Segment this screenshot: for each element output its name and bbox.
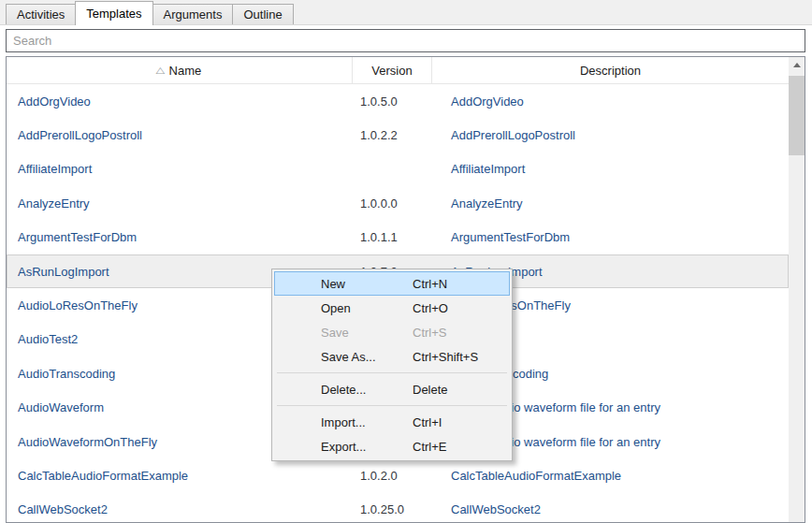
table-row[interactable]: CalcTableAudioFormatExample 1.0.2.0 Calc…	[7, 458, 789, 492]
cell-description: CallWebSocket2	[432, 502, 789, 516]
column-header-description[interactable]: Description	[432, 57, 789, 83]
cell-name: CallWebSocket2	[7, 502, 353, 516]
menu-item-shortcut: Ctrl+O	[413, 301, 448, 315]
menu-item[interactable]: Open Ctrl+O	[274, 296, 510, 320]
column-header-version[interactable]: Version	[353, 57, 432, 83]
search-box	[6, 29, 805, 52]
cell-name: AddPrerollLogoPostroll	[7, 128, 353, 142]
menu-item-label: Open	[321, 301, 351, 315]
table-row[interactable]: CallWebSocket2 1.0.25.0 CallWebSocket2	[7, 493, 789, 522]
cell-name: AffiliateImport	[7, 162, 353, 176]
menu-item[interactable]: Export... Ctrl+E	[274, 434, 510, 458]
menu-item-label: Import...	[321, 415, 366, 429]
menu-item-shortcut: Ctrl+N	[413, 277, 447, 291]
menu-item-label: Save As...	[321, 350, 376, 364]
table-row[interactable]: AnalyzeEntry 1.0.0.0 AnalyzeEntry	[7, 186, 789, 220]
table-row[interactable]: AffiliateImport AffiliateImport	[7, 153, 789, 186]
cell-description: ArgumentTestForDbm	[432, 230, 789, 244]
search-input[interactable]	[6, 29, 805, 52]
menu-separator	[277, 372, 507, 373]
cell-version: 1.0.2.0	[353, 469, 432, 483]
menu-item[interactable]: Save As... Ctrl+Shift+S	[274, 344, 510, 369]
cell-version: 1.0.0.0	[353, 196, 432, 211]
cell-description: AffiliateImport	[432, 162, 789, 176]
menu-item[interactable]: Save Ctrl+S	[274, 320, 510, 344]
table-header: △ Name Version Description	[7, 57, 789, 84]
cell-version: 1.0.2.2	[353, 128, 432, 142]
menu-item-shortcut: Ctrl+S	[413, 326, 446, 340]
column-header-description-label: Description	[580, 64, 641, 78]
menu-item-shortcut: Delete	[413, 383, 448, 397]
menu-item-label: Save	[321, 326, 349, 340]
menu-item[interactable]: Import... Ctrl+I	[274, 410, 510, 434]
menu-separator	[277, 405, 507, 406]
menu-item-shortcut: Ctrl+Shift+S	[413, 350, 478, 364]
cell-version: 1.0.1.1	[353, 230, 432, 244]
menu-item-shortcut: Ctrl+I	[413, 415, 442, 429]
cell-description: AddPrerollLogoPostroll	[432, 128, 789, 142]
cell-description: AnalyzeEntry	[432, 196, 789, 211]
tab-outline[interactable]: Outline	[232, 4, 293, 24]
scrollbar-thumb[interactable]	[789, 76, 805, 155]
menu-item-label: Delete...	[321, 383, 366, 397]
context-menu: New Ctrl+N Open Ctrl+O Save Ctrl+S Save …	[271, 269, 513, 461]
column-header-version-label: Version	[371, 64, 412, 78]
cell-name: AddOrgVideo	[7, 94, 353, 109]
table-row[interactable]: AddOrgVideo 1.0.5.0 AddOrgVideo	[7, 84, 789, 118]
menu-item-label: New	[321, 277, 345, 291]
menu-item-label: Export...	[321, 440, 366, 454]
menu-item[interactable]: Delete... Delete	[274, 377, 510, 401]
cell-name: ArgumentTestForDbm	[7, 230, 353, 244]
column-header-name-label: Name	[169, 64, 202, 78]
scroll-up-icon	[793, 63, 801, 67]
table-row[interactable]: AddPrerollLogoPostroll 1.0.2.2 AddPrerol…	[7, 118, 789, 152]
tab-strip: Activities Templates Arguments Outline	[0, 0, 812, 25]
cell-name: CalcTableAudioFormatExample	[7, 469, 353, 483]
tab-templates[interactable]: Templates	[75, 1, 152, 25]
tab-arguments[interactable]: Arguments	[152, 4, 234, 24]
scroll-up-button[interactable]	[789, 57, 805, 73]
sort-ascending-icon: △	[155, 66, 165, 75]
vertical-scrollbar[interactable]	[789, 57, 805, 522]
cell-version: 1.0.25.0	[353, 502, 432, 516]
menu-item-shortcut: Ctrl+E	[413, 440, 446, 454]
column-header-name[interactable]: △ Name	[7, 57, 353, 83]
cell-description: CalcTableAudioFormatExample	[432, 469, 789, 483]
cell-name: AnalyzeEntry	[7, 196, 353, 211]
menu-item[interactable]: New Ctrl+N	[274, 271, 510, 296]
table-row[interactable]: ArgumentTestForDbm 1.0.1.1 ArgumentTestF…	[7, 221, 789, 254]
cell-version: 1.0.5.0	[353, 94, 432, 109]
cell-description: AddOrgVideo	[432, 94, 789, 109]
tab-activities[interactable]: Activities	[6, 4, 76, 24]
